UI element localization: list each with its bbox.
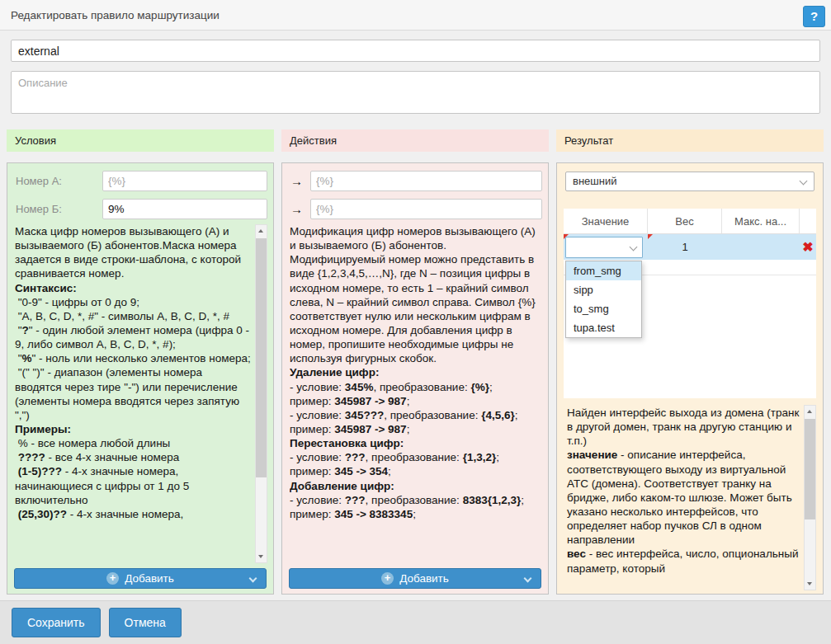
scroll-down-icon[interactable]: [805, 577, 815, 590]
number-a-row: Номер А:: [16, 171, 267, 191]
column-header-actions: [800, 209, 816, 233]
conditions-help-body: Маска цифр номеров вызывающего (А) и выз…: [15, 224, 252, 521]
arrow-right-icon: →: [290, 174, 310, 188]
action-b-input[interactable]: [310, 199, 542, 219]
action-b-row: →: [290, 199, 542, 219]
footer: Сохранить Отмена: [0, 600, 831, 644]
weight-value: 1: [682, 241, 687, 253]
column-header-max: Макс. на...: [722, 209, 800, 233]
number-b-input[interactable]: [102, 199, 267, 219]
arrow-right-icon: →: [290, 202, 310, 216]
plus-icon: +: [381, 572, 394, 585]
conditions-help-text: Маска цифр номеров вызывающего (А) и выз…: [15, 224, 267, 563]
result-table: Значение Вес Макс. на... 1: [564, 209, 816, 398]
conditions-add-button[interactable]: + Добавить: [14, 568, 267, 589]
option-sipp[interactable]: sipp: [566, 280, 641, 299]
rule-description-textarea[interactable]: [11, 71, 820, 114]
action-a-row: →: [290, 171, 542, 191]
rule-name-input[interactable]: [11, 40, 820, 62]
direction-select-value: внешний: [573, 175, 616, 187]
number-a-label: Номер А:: [16, 175, 102, 187]
conditions-add-label: Добавить: [125, 572, 174, 585]
number-a-input[interactable]: [102, 171, 267, 191]
chevron-down-icon[interactable]: [524, 575, 532, 583]
option-from-smg[interactable]: from_smg: [566, 261, 641, 280]
save-button[interactable]: Сохранить: [12, 608, 101, 637]
help-button[interactable]: ?: [803, 6, 825, 27]
table-row[interactable]: 1 ✖: [564, 234, 816, 260]
chevron-down-icon: [630, 242, 638, 251]
scrollbar-thumb[interactable]: [256, 238, 267, 477]
actions-help-body: Модификация цифр номеров вызывающего (А)…: [290, 224, 542, 521]
result-table-header: Значение Вес Макс. на...: [564, 209, 816, 234]
x-icon: ✖: [802, 240, 813, 254]
result-help-scrollbar[interactable]: [804, 405, 816, 590]
dialog-title: Редактировать правило маршрутизации: [11, 9, 220, 21]
value-cell: [564, 234, 648, 260]
conditions-panel: Номер А: Номер Б: Маска цифр номеров выз…: [7, 162, 274, 595]
delete-cell: ✖: [800, 234, 816, 260]
panels: Номер А: Номер Б: Маска цифр номеров выз…: [7, 162, 824, 595]
action-a-input[interactable]: [310, 171, 542, 191]
actions-help-text: Модификация цифр номеров вызывающего (А)…: [290, 224, 542, 563]
cancel-button[interactable]: Отмена: [109, 608, 182, 637]
scrollbar-thumb[interactable]: [805, 419, 815, 519]
dialog-titlebar: Редактировать правило маршрутизации ?: [0, 0, 831, 31]
result-help-text: Найден интерфейс выхода из домена (транк…: [564, 405, 816, 590]
chevron-down-icon[interactable]: [249, 575, 257, 583]
delete-row-button[interactable]: ✖: [802, 241, 813, 254]
scroll-up-icon[interactable]: [256, 225, 267, 237]
column-headers: Условия Действия Результат: [7, 129, 824, 152]
column-header-value: Значение: [564, 209, 648, 233]
column-header-weight: Вес: [648, 209, 722, 233]
max-load-cell[interactable]: [722, 234, 800, 260]
result-header: Результат: [556, 129, 824, 152]
actions-panel: → → Модификация цифр номеров вызывающего…: [281, 162, 549, 595]
number-b-label: Номер Б:: [16, 203, 102, 215]
direction-select[interactable]: внешний: [565, 172, 814, 191]
actions-add-button[interactable]: + Добавить: [289, 568, 541, 589]
conditions-header: Условия: [7, 129, 274, 152]
option-tupa-test[interactable]: tupa.test: [566, 318, 641, 337]
value-cell-select[interactable]: [565, 237, 643, 258]
conditions-help-scrollbar[interactable]: [255, 224, 267, 563]
scroll-down-icon[interactable]: [256, 550, 267, 562]
value-options-dropdown: from_smg sipp to_smg tupa.test: [565, 261, 642, 338]
option-to-smg[interactable]: to_smg: [566, 299, 641, 318]
scroll-up-icon[interactable]: [805, 406, 815, 418]
chevron-down-icon: [800, 177, 808, 186]
plus-icon: +: [106, 572, 119, 585]
actions-header: Действия: [281, 129, 549, 152]
question-icon: ?: [810, 9, 818, 23]
result-help-body: Найден интерфейс выхода из домена (транк…: [567, 406, 800, 576]
weight-cell[interactable]: 1: [648, 234, 722, 260]
number-b-row: Номер Б:: [16, 199, 267, 219]
actions-add-label: Добавить: [399, 572, 449, 585]
result-panel: внешний Значение Вес Макс. на... 1: [556, 162, 824, 595]
